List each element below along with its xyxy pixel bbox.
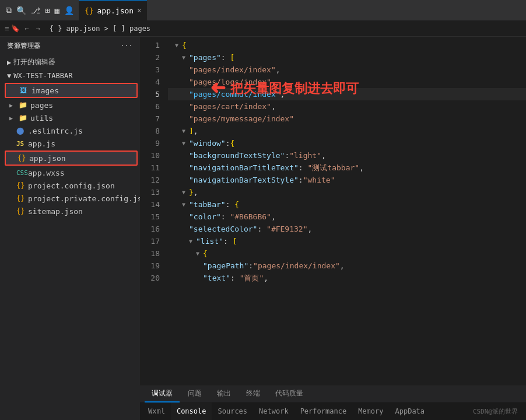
- appjs-label: app.js: [28, 139, 135, 148]
- back-button[interactable]: ←: [22, 23, 31, 34]
- eslint-icon: ⬤: [16, 127, 26, 135]
- code-line-10: "backgroundTextStyle":"light",: [168, 149, 526, 162]
- toolbar-network[interactable]: Network: [253, 402, 294, 420]
- active-tab[interactable]: {} app.json ×: [79, 0, 148, 20]
- toolbar-console[interactable]: Console: [171, 402, 212, 420]
- sidebar-item-eslint[interactable]: ⬤ .eslintrc.js: [0, 124, 140, 137]
- sidebar-item-appwxss[interactable]: CSS app.wxss: [0, 166, 140, 179]
- fold-1[interactable]: ▼: [175, 39, 182, 51]
- ln-15: 15: [140, 211, 163, 223]
- code-line-16: "selectedColor": "#FE9132",: [168, 223, 526, 235]
- search-icon[interactable]: 🔍: [16, 6, 26, 15]
- fold-17[interactable]: ▼: [189, 235, 196, 247]
- ln-16: 16: [140, 223, 163, 235]
- sitemap-icon: {}: [16, 207, 26, 215]
- bottom-panel: 调试器 问题 输出 终端 代码质量: [140, 386, 526, 402]
- ln-11: 11: [140, 162, 163, 174]
- sidebar-item-appjs[interactable]: JS app.js: [0, 137, 140, 150]
- utils-label: utils: [30, 114, 135, 123]
- pages-folder-icon: 📁: [19, 101, 28, 109]
- branch-icon[interactable]: ⎇: [31, 6, 40, 15]
- fold-8[interactable]: ▼: [182, 125, 189, 137]
- pages-arrow: ▶: [9, 102, 16, 108]
- sidebar-item-project[interactable]: {} project.config.json: [0, 179, 140, 192]
- sidebar-item-sitemap[interactable]: {} sitemap.json: [0, 205, 140, 218]
- fold-13[interactable]: ▼: [182, 186, 189, 198]
- breadcrumb-bookmark-icon[interactable]: 🔖: [11, 24, 20, 33]
- images-label: images: [31, 86, 132, 95]
- appjson-icon: {}: [17, 154, 27, 162]
- layout-icon[interactable]: ▦: [54, 6, 59, 15]
- project-icon: {}: [16, 181, 26, 190]
- appjson-highlighted-box: {} app.json: [5, 150, 138, 166]
- appwxss-label: app.wxss: [28, 169, 135, 177]
- ln-20: 20: [140, 272, 163, 284]
- fold-2[interactable]: ▼: [182, 51, 189, 64]
- breadcrumb-bar: ≡ 🔖 ← → { } app.json > [ ] pages: [0, 20, 526, 37]
- watermark-label: CSDN@派的世界: [467, 402, 524, 420]
- utils-arrow: ▶: [9, 115, 16, 121]
- ln-6: 6: [140, 100, 163, 113]
- code-line-9: ▼ "window":{: [168, 137, 526, 149]
- tab-output[interactable]: 输出: [210, 386, 238, 402]
- sidebar-item-utils[interactable]: ▶ 📁 utils: [0, 111, 140, 124]
- code-line-8: ▼ ],: [168, 125, 526, 137]
- tab-debugger[interactable]: 调试器: [145, 386, 180, 402]
- eslint-label: .eslintrc.js: [28, 127, 135, 135]
- breadcrumb-menu-icon[interactable]: ≡: [5, 24, 9, 33]
- grid-icon[interactable]: ⊞: [45, 6, 50, 15]
- ln-19: 19: [140, 260, 163, 272]
- code-line-7: "pages/mymessage/index": [168, 113, 526, 125]
- main-area: 资源管理器 ··· ▶ 打开的编辑器 ▼ WX-TEST-TABBAR 🖼 im…: [0, 37, 526, 420]
- images-folder-icon: 🖼: [20, 86, 29, 94]
- code-line-15: "color": "#B6B6B6",: [168, 211, 526, 223]
- projectprivate-label: project.private.config.js...: [28, 194, 140, 203]
- ln-18: 18: [140, 247, 163, 260]
- fold-14[interactable]: ▼: [182, 198, 189, 211]
- fold-9[interactable]: ▼: [182, 137, 189, 149]
- sidebar-item-projectprivate[interactable]: {} project.private.config.js...: [0, 192, 140, 205]
- projectprivate-icon: {}: [16, 194, 26, 202]
- toolbar-wxml[interactable]: Wxml: [142, 402, 171, 420]
- toolbar-sources[interactable]: Sources: [212, 402, 253, 420]
- forward-button[interactable]: →: [33, 23, 42, 34]
- breadcrumb-path: { } app.json > [ ] pages: [50, 24, 150, 33]
- bottom-toolbar: Wxml Console Sources Network Performance…: [140, 402, 526, 420]
- ln-4: 4: [140, 76, 163, 88]
- sidebar-title: 资源管理器: [7, 41, 41, 50]
- toolbar-memory[interactable]: Memory: [352, 402, 389, 420]
- code-line-11: "navigationBarTitleText": "测试tabbar",: [168, 162, 526, 174]
- ln-10: 10: [140, 149, 163, 162]
- open-editors-section[interactable]: ▶ 打开的编辑器: [0, 55, 140, 69]
- tab-issues[interactable]: 问题: [181, 386, 209, 402]
- fold-18[interactable]: ▼: [196, 247, 203, 260]
- sidebar-more-button[interactable]: ···: [121, 42, 133, 50]
- file-copy-icon[interactable]: ⧉: [6, 5, 12, 15]
- line-numbers: 1 2 3 4 5 6 7 8 9 10 11 12 13 14 15 16 1…: [140, 37, 168, 386]
- appjson-label: app.json: [29, 154, 132, 163]
- open-editors-label: 打开的编辑器: [13, 57, 55, 67]
- sidebar-item-images[interactable]: 🖼 images: [6, 84, 136, 97]
- ln-3: 3: [140, 64, 163, 76]
- tab-terminal[interactable]: 终端: [239, 386, 267, 402]
- project-name: WX-TEST-TABBAR: [13, 72, 72, 80]
- editor-area: ➜ 把矢量图复制进去即可 1 2 3 4 5 6 7 8 9 10 11 12 …: [140, 37, 526, 420]
- tab-codequality[interactable]: 代码质量: [268, 386, 310, 402]
- toolbar-performance[interactable]: Performance: [294, 402, 352, 420]
- title-bar: ⧉ 🔍 ⎇ ⊞ ▦ 👤 {} app.json ×: [0, 0, 526, 20]
- code-editor[interactable]: ▼ { ▼ "pages": [ "pages/index/index",: [168, 37, 526, 386]
- project-section[interactable]: ▼ WX-TEST-TABBAR: [0, 69, 140, 82]
- ln-13: 13: [140, 186, 163, 198]
- editor-content: ➜ 把矢量图复制进去即可 1 2 3 4 5 6 7 8 9 10 11 12 …: [140, 37, 526, 386]
- ln-2: 2: [140, 51, 163, 64]
- close-tab-button[interactable]: ×: [137, 6, 141, 15]
- user-icon[interactable]: 👤: [64, 6, 74, 15]
- ln-1: 1: [140, 39, 163, 51]
- appwxss-icon: CSS: [16, 169, 26, 177]
- sidebar-item-pages[interactable]: ▶ 📁 pages: [0, 99, 140, 111]
- sitemap-label: sitemap.json: [28, 207, 135, 216]
- code-line-1: ▼ {: [168, 39, 526, 51]
- sidebar-item-appjson[interactable]: {} app.json: [6, 152, 136, 164]
- ln-8: 8: [140, 125, 163, 137]
- toolbar-appdata[interactable]: AppData: [389, 402, 430, 420]
